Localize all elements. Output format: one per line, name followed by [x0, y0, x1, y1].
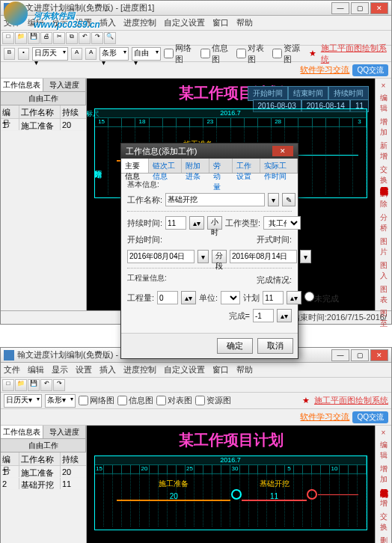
- check-resource[interactable]: 资源图: [272, 43, 305, 65]
- table-row[interactable]: 1 施工准备 20: [1, 119, 86, 131]
- menu-file[interactable]: 文件: [4, 364, 20, 375]
- dlg-tab-labor[interactable]: 劳动量: [209, 159, 233, 173]
- tb-zoom-icon[interactable]: 🔍: [104, 32, 116, 44]
- combo-free[interactable]: 自由▾: [132, 47, 161, 61]
- rail-del[interactable]: 删除: [377, 188, 391, 209]
- tb-undo-icon[interactable]: ↶: [79, 32, 91, 44]
- rail-del[interactable]: 删除: [377, 536, 391, 543]
- gantt-bar-1[interactable]: 施工准备 20: [117, 489, 230, 501]
- rail-new[interactable]: 新增: [377, 488, 391, 509]
- btn-end-cal[interactable]: ▾: [300, 250, 311, 263]
- check-info[interactable]: 信息图: [117, 395, 153, 406]
- cancel-button[interactable]: 取消: [257, 338, 293, 354]
- rail-close[interactable]: ×: [377, 429, 391, 437]
- tab-import[interactable]: 导入进度: [43, 426, 86, 438]
- rail-new[interactable]: 新增: [377, 141, 391, 162]
- menu-custom[interactable]: 自定义设置: [164, 17, 205, 28]
- table-row[interactable]: 1 施工准备 20: [1, 466, 86, 478]
- tb-save-icon[interactable]: 💾: [28, 379, 40, 391]
- dlg-tab-link[interactable]: 链次工信息: [149, 159, 182, 173]
- check-resource[interactable]: 资源图: [195, 395, 231, 406]
- rail-add[interactable]: 增加: [377, 464, 391, 485]
- dlg-tab-extra[interactable]: 附加进条: [182, 159, 209, 173]
- tb-copy-icon[interactable]: ⧉: [66, 32, 78, 44]
- menu-settings[interactable]: 设置: [76, 364, 92, 375]
- qq-badge[interactable]: QQ交流: [352, 64, 388, 76]
- tb-open-icon[interactable]: 📁: [15, 32, 27, 44]
- link-floorplan[interactable]: 施工平面图绘制系统: [321, 43, 388, 65]
- tab-workinfo[interactable]: 工作信息表: [1, 79, 43, 91]
- btn-hour[interactable]: 小时: [207, 216, 222, 230]
- combo-bar[interactable]: 条形▾: [45, 394, 76, 408]
- select-type[interactable]: 其工作: [263, 216, 301, 230]
- menu-progress[interactable]: 进度控制: [123, 364, 156, 375]
- menu-window[interactable]: 窗口: [212, 17, 229, 28]
- input-name[interactable]: [165, 193, 265, 206]
- check-table[interactable]: 对表图: [236, 43, 269, 65]
- tb-print-icon[interactable]: 🖨: [40, 32, 52, 44]
- tab-workinfo[interactable]: 工作信息表: [1, 426, 43, 438]
- tab-import[interactable]: 导入进度: [43, 79, 86, 91]
- combo-calendar[interactable]: 日历天▾: [32, 47, 68, 61]
- menu-view[interactable]: 显示: [52, 364, 68, 375]
- menu-custom[interactable]: 自定义设置: [164, 364, 205, 375]
- rail-edit[interactable]: 编辑: [377, 93, 391, 114]
- rail-close[interactable]: ×: [377, 82, 391, 90]
- check-network[interactable]: 网络图: [164, 43, 197, 65]
- rail-swap[interactable]: 交换: [377, 165, 391, 185]
- dlg-tab-main[interactable]: 主要信息: [121, 159, 149, 173]
- menu-insert[interactable]: 插入: [99, 17, 116, 28]
- table-row[interactable]: 2 基础开挖 11: [1, 478, 86, 490]
- check-info[interactable]: 信息图: [200, 43, 233, 65]
- tb-new-icon[interactable]: □: [2, 32, 14, 44]
- minimize-button[interactable]: —: [331, 349, 349, 361]
- close-button[interactable]: ✕: [370, 349, 388, 361]
- menu-insert[interactable]: 插入: [99, 364, 116, 375]
- input-start[interactable]: [127, 250, 195, 263]
- menu-help[interactable]: 帮助: [236, 17, 253, 28]
- tb-cut-icon[interactable]: ✂: [53, 32, 65, 44]
- dlg-tab-setting[interactable]: 工作设置: [233, 159, 260, 173]
- rail-split[interactable]: 分桥: [377, 212, 391, 233]
- tb-bold-icon[interactable]: B: [4, 48, 15, 60]
- combo-bar[interactable]: 条形▾: [99, 47, 129, 61]
- tb-a2-icon[interactable]: A: [85, 48, 97, 60]
- tb-save-icon[interactable]: 💾: [28, 32, 40, 44]
- rail-tbl[interactable]: 图表: [377, 284, 391, 305]
- menu-progress[interactable]: 进度控制: [123, 17, 156, 28]
- gantt-node-icon[interactable]: [231, 489, 242, 500]
- combo-calendar[interactable]: 日历天▾: [4, 394, 42, 408]
- tb-open-icon[interactable]: 📁: [15, 379, 27, 391]
- btn-name-edit[interactable]: ✎: [282, 193, 295, 206]
- select-unit[interactable]: [221, 291, 240, 304]
- canvas-area[interactable]: 某工作项目计划 2016.7 15202530510 施工准备 20: [87, 426, 375, 543]
- link-floorplan[interactable]: 施工平面图绘制系统: [314, 395, 388, 406]
- close-button[interactable]: ✕: [370, 2, 388, 14]
- input-plan[interactable]: [263, 291, 284, 304]
- rail-in[interactable]: 图入: [377, 260, 391, 281]
- menu-window[interactable]: 窗口: [212, 364, 229, 375]
- rail-swap[interactable]: 交换: [377, 512, 391, 533]
- menu-edit[interactable]: 编辑: [28, 364, 44, 375]
- btn-done-spin[interactable]: ▴▾: [277, 309, 292, 322]
- dlg-tab-actual[interactable]: 实际工作时间: [260, 159, 298, 173]
- dialog-titlebar[interactable]: 工作信息(添加工作) ✕: [121, 144, 298, 159]
- check-table[interactable]: 对表图: [156, 395, 192, 406]
- tb-bullet-icon[interactable]: •: [18, 48, 29, 60]
- input-done[interactable]: [253, 309, 274, 322]
- maximize-button[interactable]: ▢: [351, 349, 369, 361]
- rail-add[interactable]: 增加: [377, 117, 391, 138]
- tb-new-icon[interactable]: □: [2, 379, 14, 391]
- tb-a1-icon[interactable]: A: [71, 48, 82, 60]
- input-qty[interactable]: [157, 291, 178, 304]
- qq-badge[interactable]: QQ交流: [352, 411, 388, 423]
- link-study[interactable]: 软件学习交流: [300, 64, 349, 76]
- minimize-button[interactable]: —: [331, 2, 349, 14]
- btn-segment[interactable]: 分段: [212, 250, 227, 263]
- dialog-close-button[interactable]: ✕: [272, 146, 293, 156]
- link-study[interactable]: 软件学习交流: [300, 411, 349, 423]
- btn-name-more[interactable]: ▾: [268, 193, 279, 206]
- rail-edit[interactable]: 编辑: [377, 440, 391, 461]
- tb-redo-icon[interactable]: ↷: [53, 379, 65, 391]
- subtab-free[interactable]: 自由工作: [1, 439, 86, 452]
